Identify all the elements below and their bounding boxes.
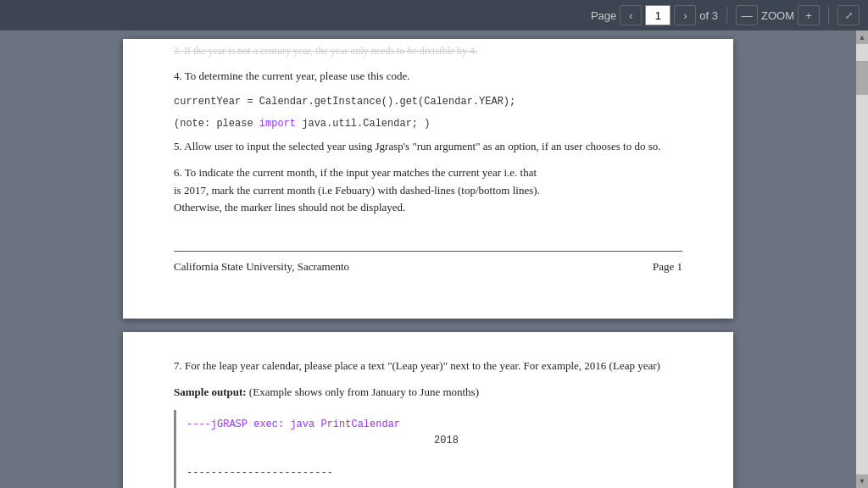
scroll-track[interactable]	[856, 44, 868, 474]
item7-text: 7. For the leap year calendar, please pl…	[174, 358, 682, 375]
scroll-up-arrow[interactable]: ▲	[856, 30, 868, 44]
item6-text: 6. To indicate the current month, if the…	[174, 164, 682, 217]
scroll-thumb[interactable]	[856, 61, 868, 95]
next-page-button[interactable]: ›	[674, 5, 696, 25]
zoom-controls: — ZOOM +	[736, 5, 820, 25]
zoom-label: ZOOM	[761, 9, 794, 22]
prev-page-button[interactable]: ‹	[620, 5, 642, 25]
document-page-1: 3. If the year is not a century year, th…	[123, 39, 733, 319]
toolbar: Page ‹ › of 3 — ZOOM + ⤢	[0, 0, 868, 30]
import-keyword: import	[259, 118, 296, 130]
pagination-controls: Page ‹ › of 3	[591, 5, 718, 25]
footer-institution: California State University, Sacramento	[174, 258, 349, 276]
page-number-input[interactable]	[645, 5, 670, 25]
main-area: 3. If the year is not a century year, th…	[0, 30, 868, 488]
document-page-2: 7. For the leap year calendar, please pl…	[123, 332, 733, 488]
code-note: (note: please import java.util.Calendar;…	[174, 116, 682, 131]
exec-line: ----jGRASP exec: java PrintCalendar	[186, 419, 400, 430]
scrollbar[interactable]: ▲ ▼	[856, 30, 868, 488]
dashes-line: ------------------------	[186, 465, 672, 481]
fullscreen-button[interactable]: ⤢	[837, 5, 860, 25]
page-label: Page	[591, 9, 616, 22]
code-block-1: currentYear = Calendar.getInstance().get…	[174, 94, 682, 109]
zoom-in-button[interactable]: +	[798, 5, 820, 25]
document-area[interactable]: 3. If the year is not a century year, th…	[0, 30, 856, 488]
sample-output-heading: Sample output: (Example shows only from …	[174, 384, 682, 402]
code-terminal: ----jGRASP exec: java PrintCalendar 2018…	[174, 410, 682, 488]
zoom-out-button[interactable]: —	[736, 5, 758, 25]
page-footer: California State University, Sacramento …	[174, 251, 682, 276]
total-pages-label: of 3	[699, 9, 718, 22]
item5-text: 5. Allow user to input the selected year…	[174, 138, 682, 156]
separator1	[726, 7, 727, 24]
item3-cutoff: 3. If the year is not a century year, th…	[174, 43, 682, 59]
year-line: 2018	[186, 433, 672, 449]
separator2	[828, 7, 829, 24]
item4-text: 4. To determine the current year, please…	[174, 68, 682, 86]
code-line-1: currentYear = Calendar.getInstance().get…	[174, 96, 515, 108]
scroll-down-arrow[interactable]: ▼	[856, 474, 868, 488]
footer-page-number: Page 1	[653, 258, 682, 276]
